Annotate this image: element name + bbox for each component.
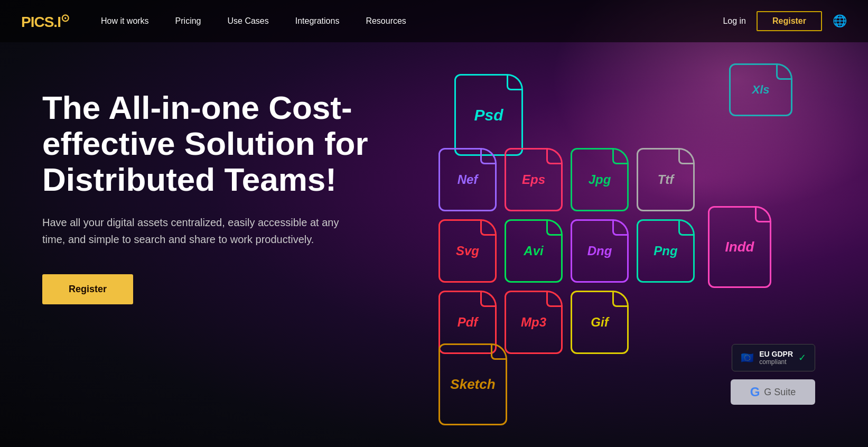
nav-links: How it works Pricing Use Cases Integrati… (101, 16, 723, 26)
hero-left: The All-in-one Cost-effective Solution f… (42, 74, 402, 304)
gdpr-badge: 🇪🇺 EU GDPR compliant ✓ (732, 344, 815, 371)
file-icon-jpg-label: Jpg (589, 172, 611, 187)
nav-integrations[interactable]: Integrations (295, 16, 340, 26)
gsuite-g-icon: G (750, 385, 760, 399)
logo-text: PICS.I⊙ (21, 14, 69, 30)
file-icon-ttf-label: Ttf (658, 172, 674, 187)
file-icon-dng-label: Dng (587, 244, 612, 258)
file-icon-ttf: Ttf (637, 148, 695, 211)
login-link[interactable]: Log in (723, 16, 746, 26)
nav-pricing[interactable]: Pricing (175, 16, 201, 26)
nav-how-it-works[interactable]: How it works (101, 16, 149, 26)
file-icon-svg-label: Svg (456, 244, 479, 258)
nav-use-cases[interactable]: Use Cases (228, 16, 269, 26)
file-icon-eps-label: Eps (522, 172, 545, 187)
file-icon-psd-label: Psd (474, 106, 503, 124)
gsuite-label: G Suite (764, 387, 796, 398)
file-icon-pdf-label: Pdf (458, 315, 478, 330)
file-icon-avi-label: Avi (524, 244, 543, 258)
file-icon-png: Png (637, 219, 695, 283)
nav-resources[interactable]: Resources (366, 16, 406, 26)
file-icon-nef-label: Nef (458, 172, 478, 187)
file-icon-psd: Psd (454, 74, 523, 156)
hero-section: The All-in-one Cost-effective Solution f… (0, 42, 868, 447)
file-icon-eps: Eps (505, 148, 563, 211)
gdpr-label1: EU GDPR (759, 350, 793, 358)
file-icon-sketch-label: Sketch (450, 376, 495, 393)
gdpr-text: EU GDPR compliant (759, 350, 793, 366)
file-icon-nef: Nef (438, 148, 497, 211)
file-icon-sketch: Sketch (438, 343, 507, 425)
file-icon-indd-label: Indd (725, 239, 754, 255)
file-icon-dng: Dng (571, 219, 629, 283)
hero-subtitle: Have all your digital assets centralized… (42, 214, 349, 248)
gdpr-label2: compliant (759, 358, 793, 366)
gdpr-check-icon: ✓ (798, 352, 806, 364)
register-nav-button[interactable]: Register (757, 11, 822, 31)
file-icon-xls: Xls (729, 63, 792, 116)
navbar: PICS.I⊙ How it works Pricing Use Cases I… (0, 0, 868, 42)
hero-right: Psd Xls Nef Eps Jpg Ttf Svg (402, 74, 836, 447)
eu-flag-icon: 🇪🇺 (741, 351, 754, 364)
badges-container: 🇪🇺 EU GDPR compliant ✓ G G Suite (731, 344, 815, 405)
gsuite-badge: G G Suite (731, 379, 815, 405)
file-icon-jpg: Jpg (571, 148, 629, 211)
file-icon-gif-label: Gif (591, 315, 608, 330)
file-icon-mp3: Mp3 (505, 291, 563, 354)
nav-right: Log in Register 🌐 (723, 11, 847, 31)
file-icon-mp3-label: Mp3 (521, 315, 546, 330)
file-icon-avi: Avi (505, 219, 563, 283)
file-icon-gif: Gif (571, 291, 629, 354)
hero-register-button[interactable]: Register (42, 274, 133, 304)
hero-title: The All-in-one Cost-effective Solution f… (42, 90, 402, 198)
file-icon-png-label: Png (654, 244, 677, 258)
file-icon-indd: Indd (708, 206, 771, 288)
file-icon-svg: Svg (438, 219, 497, 283)
file-icon-xls-label: Xls (752, 83, 769, 97)
logo[interactable]: PICS.I⊙ (21, 12, 69, 31)
language-globe-icon[interactable]: 🌐 (833, 14, 847, 28)
